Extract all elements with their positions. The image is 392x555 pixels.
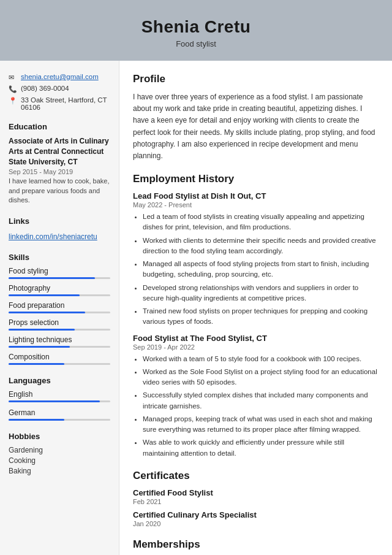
language-name: English xyxy=(9,390,110,399)
jobs-list: Lead Food Stylist at Dish It Out, CT May… xyxy=(133,191,379,459)
skill-item: Lighting techniques xyxy=(9,335,110,348)
cert-name: Certified Culinary Arts Specialist xyxy=(133,510,379,519)
link-item: linkedin.com/in/sheniacretu xyxy=(9,231,110,242)
skill-bar-fill xyxy=(9,346,70,348)
employment-section: Employment History Lead Food Stylist at … xyxy=(133,173,379,459)
skills-list: Food styling Photography Food preparatio… xyxy=(9,267,110,365)
contact-section: ✉ shenia.cretu@gmail.com 📞 (908) 369-000… xyxy=(9,73,110,111)
language-name: German xyxy=(9,408,110,417)
profile-section: Profile I have over three years of exper… xyxy=(133,73,379,162)
education-title: Education xyxy=(9,122,110,131)
phone-icon: 📞 xyxy=(9,85,17,93)
job-title: Lead Food Stylist at Dish It Out, CT xyxy=(133,191,379,201)
job-entry: Lead Food Stylist at Dish It Out, CT May… xyxy=(133,191,379,327)
skill-item: Props selection xyxy=(9,318,110,331)
skill-bar-bg xyxy=(9,312,110,313)
links-section: Links linkedin.com/in/sheniacretu xyxy=(9,216,110,242)
cert-date: Feb 2021 xyxy=(133,498,379,505)
contact-phone: 📞 (908) 369-0004 xyxy=(9,85,110,93)
hobbies-title: Hobbies xyxy=(9,432,110,441)
language-bar-fill xyxy=(9,419,64,421)
skill-name: Lighting techniques xyxy=(9,335,110,344)
language-bar-bg xyxy=(9,400,110,402)
skill-bar-fill xyxy=(9,329,75,331)
employment-title: Employment History xyxy=(133,173,379,186)
email-link[interactable]: shenia.cretu@gmail.com xyxy=(21,73,99,80)
hobby-item: Baking xyxy=(9,467,110,475)
skill-bar-fill xyxy=(9,363,64,365)
cert-entry: Certified Culinary Arts Specialist Jan 2… xyxy=(133,510,379,527)
job-date: Sep 2019 - Apr 2022 xyxy=(133,343,379,351)
candidate-title: Food stylist xyxy=(12,39,380,48)
languages-list: English German xyxy=(9,390,110,421)
skill-bar-bg xyxy=(9,277,110,279)
resume-header: Shenia Cretu Food stylist xyxy=(0,0,392,61)
language-item: German xyxy=(9,408,110,421)
skill-bar-fill xyxy=(9,277,95,279)
skill-name: Photography xyxy=(9,284,110,293)
skill-name: Food preparation xyxy=(9,301,110,310)
sidebar: ✉ shenia.cretu@gmail.com 📞 (908) 369-000… xyxy=(0,61,119,555)
job-bullets-list: Led a team of food stylists in creating … xyxy=(133,212,379,327)
skill-item: Food preparation xyxy=(9,301,110,313)
hobby-item: Cooking xyxy=(9,456,110,465)
skill-bar-bg xyxy=(9,329,110,331)
language-item: English xyxy=(9,390,110,402)
candidate-name: Shenia Cretu xyxy=(12,17,380,37)
job-bullet: Managed props, keeping track of what was… xyxy=(143,414,379,435)
certs-list: Certified Food Stylist Feb 2021 Certifie… xyxy=(133,488,379,527)
languages-section: Languages English German xyxy=(9,376,110,421)
skill-bar-bg xyxy=(9,346,110,348)
job-bullet: Worked as the Sole Food Stylist on a pro… xyxy=(143,367,379,388)
language-bar-bg xyxy=(9,419,110,421)
skill-bar-fill xyxy=(9,312,85,313)
job-bullet: Worked with a team of 5 to style food fo… xyxy=(143,354,379,364)
job-bullet: Led a team of food stylists in creating … xyxy=(143,212,379,233)
skill-item: Composition xyxy=(9,353,110,365)
language-bar-fill xyxy=(9,400,100,402)
resume-container: Shenia Cretu Food stylist ✉ shenia.cretu… xyxy=(0,0,392,555)
skill-name: Props selection xyxy=(9,318,110,327)
contact-email: ✉ shenia.cretu@gmail.com xyxy=(9,73,110,82)
hobbies-list: GardeningCookingBaking xyxy=(9,446,110,475)
main-content: Profile I have over three years of exper… xyxy=(119,61,392,555)
location-icon: 📍 xyxy=(9,97,17,105)
links-title: Links xyxy=(9,216,110,226)
job-bullet: Successfully styled complex dishes that … xyxy=(143,390,379,411)
profile-title: Profile xyxy=(133,73,379,86)
email-icon: ✉ xyxy=(9,74,17,82)
education-section: Education Associate of Arts in Culinary … xyxy=(9,122,110,205)
job-bullet: Worked with clients to determine their s… xyxy=(143,235,379,257)
skill-item: Photography xyxy=(9,284,110,296)
resume-body: ✉ shenia.cretu@gmail.com 📞 (908) 369-000… xyxy=(0,61,392,555)
job-bullet: Trained new food stylists on proper tech… xyxy=(143,306,379,327)
cert-entry: Certified Food Stylist Feb 2021 xyxy=(133,488,379,505)
job-bullet: Managed all aspects of food styling proj… xyxy=(143,259,379,280)
skill-bar-bg xyxy=(9,294,110,296)
skill-item: Food styling xyxy=(9,267,110,279)
cert-name: Certified Food Stylist xyxy=(133,488,379,497)
skills-section: Skills Food styling Photography Food pre… xyxy=(9,253,110,365)
job-bullet: Was able to work quickly and efficiently… xyxy=(143,437,379,459)
linkedin-link[interactable]: linkedin.com/in/sheniacretu xyxy=(9,232,97,241)
edu-date: Sep 2015 - May 2019 xyxy=(9,168,110,175)
edu-description: I have learned how to cook, bake, and pr… xyxy=(9,177,110,205)
cert-date: Jan 2020 xyxy=(133,520,379,527)
certificates-title: Certificates xyxy=(133,470,379,483)
languages-title: Languages xyxy=(9,376,110,385)
hobbies-section: Hobbies GardeningCookingBaking xyxy=(9,432,110,475)
hobby-item: Gardening xyxy=(9,446,110,454)
job-bullets-list: Worked with a team of 5 to style food fo… xyxy=(133,354,379,459)
job-entry: Food Stylist at The Food Stylist, CT Sep… xyxy=(133,334,379,459)
job-bullet: Developed strong relationships with vend… xyxy=(143,283,379,304)
skill-name: Food styling xyxy=(9,267,110,275)
skill-name: Composition xyxy=(9,353,110,361)
skills-title: Skills xyxy=(9,253,110,262)
job-title: Food Stylist at The Food Stylist, CT xyxy=(133,334,379,343)
job-date: May 2022 - Present xyxy=(133,201,379,209)
address-value: 33 Oak Street, Hartford, CT 06106 xyxy=(21,96,110,111)
edu-degree: Associate of Arts in Culinary Arts at Ce… xyxy=(9,136,110,167)
certificates-section: Certificates Certified Food Stylist Feb … xyxy=(133,470,379,527)
memberships-section: Memberships American Culinary Federation… xyxy=(133,538,379,555)
memberships-title: Memberships xyxy=(133,538,379,552)
